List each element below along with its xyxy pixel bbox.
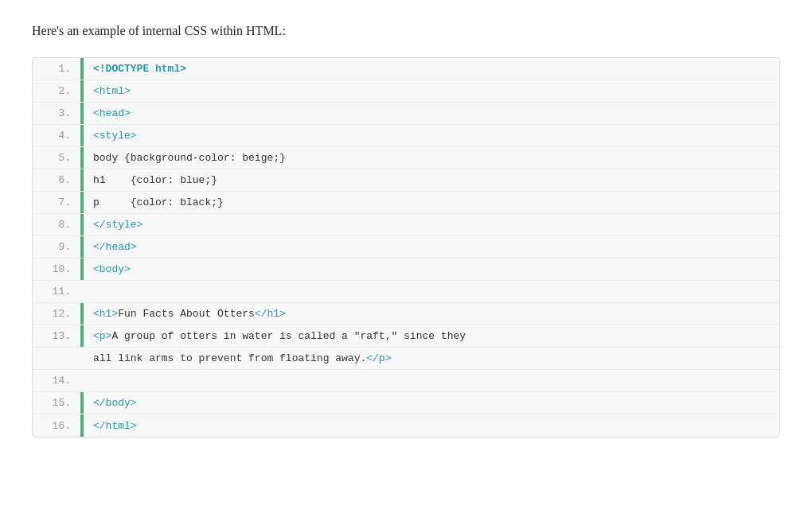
line-number-10: 10. <box>33 259 80 280</box>
line-number-8: 8. <box>33 214 80 235</box>
line-number-12: 12. <box>33 303 80 325</box>
line-number-11: 11. <box>33 281 80 302</box>
line-content-13: <p>A group of otters in water is called … <box>84 325 779 347</box>
code-line-7: 7. p {color: black;} <box>33 192 779 214</box>
line-number-5: 5. <box>33 147 80 169</box>
code-line-5: 5. body {background-color: beige;} <box>33 147 779 169</box>
html-open-tag: <html> <box>93 85 131 97</box>
line-content-6: h1 {color: blue;} <box>84 169 779 191</box>
line-content-4: <style> <box>84 125 779 146</box>
line-number-14: 14. <box>33 370 80 391</box>
line-number-13b <box>33 348 80 369</box>
line-content-1: <!DOCTYPE html> <box>84 58 779 80</box>
line-content-11 <box>84 281 779 302</box>
code-line-11: 11. <box>33 281 779 303</box>
line-content-13b: all link arms to prevent from floating a… <box>84 348 779 369</box>
css-body-rule: body {background-color: beige;} <box>93 152 286 164</box>
css-p-rule: p {color: black;} <box>93 196 224 208</box>
style-open-tag: <style> <box>93 130 137 142</box>
p-text-line2: all link arms to prevent from floating a… <box>93 352 366 364</box>
line-number-4: 4. <box>33 125 80 146</box>
code-line-12: 12. <h1>Fun Facts About Otters</h1> <box>33 303 779 325</box>
line-number-16: 16. <box>33 414 80 437</box>
code-line-2: 2. <html> <box>33 80 779 103</box>
doctype-tag: <!DOCTYPE html> <box>93 63 186 75</box>
line-content-3: <head> <box>84 103 779 124</box>
code-line-13b: all link arms to prevent from floating a… <box>33 348 779 370</box>
html-close-tag: </html> <box>93 420 137 432</box>
code-block: 1. <!DOCTYPE html> 2. <html> 3. <head> 4… <box>32 57 780 438</box>
h1-close-tag: </h1> <box>255 308 286 320</box>
css-h1-rule: h1 {color: blue;} <box>93 174 217 186</box>
style-close-tag: </style> <box>93 219 142 231</box>
line-content-9: </head> <box>84 236 779 258</box>
line-number-9: 9. <box>33 236 80 258</box>
code-line-10: 10. <body> <box>33 259 779 281</box>
body-open-tag: <body> <box>93 263 131 275</box>
line-content-8: </style> <box>84 214 779 235</box>
line-number-1: 1. <box>33 58 80 80</box>
code-line-4: 4. <style> <box>33 125 779 147</box>
line-content-10: <body> <box>84 259 779 280</box>
line-content-5: body {background-color: beige;} <box>84 147 779 169</box>
code-line-9: 9. </head> <box>33 236 779 259</box>
p-open-tag: <p> <box>93 330 111 342</box>
code-line-15: 15. </body> <box>33 392 779 414</box>
line-content-16: </html> <box>84 414 779 437</box>
p-close-tag: </p> <box>366 352 391 364</box>
line-content-12: <h1>Fun Facts About Otters</h1> <box>84 303 779 325</box>
code-line-3: 3. <head> <box>33 103 779 125</box>
line-number-13: 13. <box>33 325 80 347</box>
code-line-14: 14. <box>33 370 779 392</box>
code-line-16: 16. </html> <box>33 414 779 437</box>
head-open-tag: <head> <box>93 107 131 119</box>
line-number-3: 3. <box>33 103 80 124</box>
code-line-1: 1. <!DOCTYPE html> <box>33 58 779 80</box>
line-content-7: p {color: black;} <box>84 192 779 213</box>
p-text-line1: A group of otters in water is called a "… <box>111 330 466 342</box>
line-content-14 <box>84 370 779 391</box>
h1-open-tag: <h1> <box>93 308 118 320</box>
code-line-13: 13. <p>A group of otters in water is cal… <box>33 325 779 348</box>
body-close-tag: </body> <box>93 397 137 409</box>
line-number-2: 2. <box>33 80 80 102</box>
line-number-7: 7. <box>33 192 80 213</box>
line-content-2: <html> <box>84 80 779 102</box>
code-line-8: 8. </style> <box>33 214 779 236</box>
line-number-6: 6. <box>33 169 80 191</box>
code-line-6: 6. h1 {color: blue;} <box>33 169 779 192</box>
head-close-tag: </head> <box>93 241 137 253</box>
line-number-15: 15. <box>33 392 80 414</box>
h1-text-content: Fun Facts About Otters <box>118 308 255 320</box>
intro-text: Here's an example of internal CSS within… <box>32 24 780 38</box>
line-content-15: </body> <box>84 392 779 414</box>
